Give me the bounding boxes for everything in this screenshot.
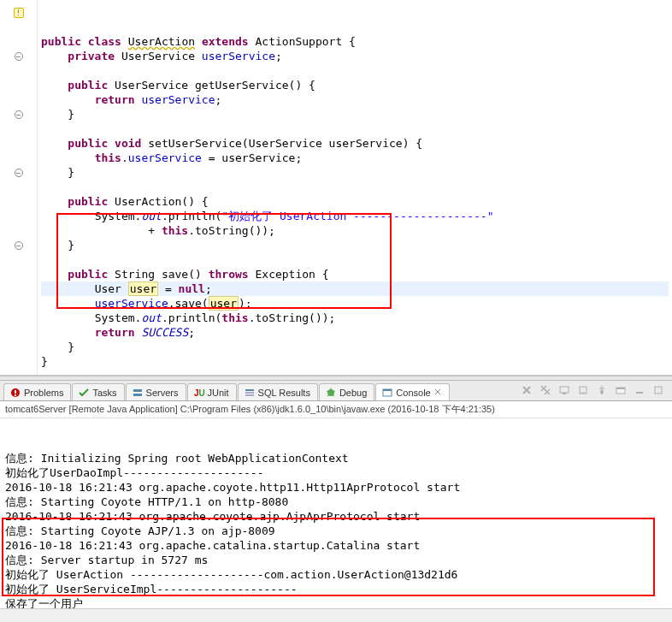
- svg-rect-3: [133, 389, 142, 392]
- gutter-row: [0, 34, 37, 49]
- svg-rect-29: [616, 388, 625, 389]
- gutter-row: !: [0, 5, 37, 20]
- open-console-button[interactable]: [612, 382, 629, 399]
- svg-rect-31: [655, 387, 662, 394]
- code-line: public UserService getUserService() {: [41, 78, 669, 92]
- display-button[interactable]: [556, 382, 573, 399]
- gutter-row: [0, 267, 37, 281]
- svg-rect-4: [133, 394, 142, 396]
- svg-point-9: [327, 389, 334, 396]
- remove-launch-button[interactable]: [518, 382, 535, 399]
- gutter-row: [0, 180, 37, 194]
- gutter-row: [0, 78, 37, 92]
- bottom-panel: ProblemsTasksServersJUJUnitSQL ResultsDe…: [0, 381, 672, 622]
- tab-sql-results[interactable]: SQL Results: [238, 383, 318, 400]
- minimize-button[interactable]: [631, 382, 648, 399]
- editor-gutter: !−−−−: [0, 0, 38, 375]
- code-line: private UserService userService;: [41, 49, 669, 63]
- fold-toggle-icon[interactable]: −: [15, 169, 23, 177]
- code-line: return SUCCESS;: [41, 325, 669, 340]
- gutter-row: [0, 136, 37, 151]
- gutter-row: [0, 325, 37, 340]
- maximize-button[interactable]: [650, 382, 667, 399]
- tab-servers[interactable]: Servers: [126, 383, 186, 400]
- svg-rect-30: [636, 392, 643, 394]
- fold-toggle-icon[interactable]: −: [15, 110, 23, 119]
- tab-label: Tasks: [92, 388, 116, 398]
- fold-toggle-icon[interactable]: −: [15, 241, 23, 250]
- scroll-lock-button[interactable]: [575, 382, 592, 399]
- code-editor-pane: !−−−− public class UserAction extends Ac…: [0, 0, 672, 376]
- gutter-row: [0, 194, 37, 209]
- pin-button[interactable]: [593, 382, 610, 399]
- code-line: [41, 121, 669, 136]
- console-line: 初始化了 UserServiceImpl--------------------…: [5, 582, 667, 596]
- console-line: 信息: Server startup in 5727 ms: [5, 553, 667, 567]
- svg-rect-25: [560, 387, 569, 393]
- tasks-icon: [78, 387, 90, 399]
- svg-line-14: [333, 395, 334, 396]
- tab-problems[interactable]: Problems: [3, 383, 71, 400]
- gutter-row: −: [0, 238, 37, 252]
- svg-rect-7: [245, 392, 254, 394]
- gutter-row: [0, 121, 37, 136]
- console-line: 初始化了 UserAction --------------------com.…: [5, 567, 667, 582]
- code-line: [41, 252, 669, 267]
- gutter-row: −: [0, 49, 37, 63]
- fold-toggle-icon[interactable]: −: [15, 52, 23, 61]
- warning-marker-icon[interactable]: !: [14, 8, 24, 18]
- code-line: return userService;: [41, 92, 669, 107]
- gutter-row: [0, 223, 37, 238]
- code-line: }: [41, 354, 669, 369]
- code-line: }: [41, 165, 669, 180]
- close-icon[interactable]: [433, 388, 442, 398]
- horizontal-scrollbar[interactable]: [0, 608, 672, 622]
- console-toolbar: [513, 380, 672, 400]
- tab-label: Debug: [339, 388, 367, 398]
- tab-console[interactable]: Console: [375, 383, 449, 400]
- gutter-row: [0, 311, 37, 325]
- console-line: 信息: Starting Coyote AJP/1.3 on ajp-8009: [5, 524, 667, 538]
- console-line: 信息: Initializing Spring root WebApplicat…: [5, 451, 667, 465]
- code-line: }: [41, 107, 669, 121]
- gutter-row: [0, 20, 37, 34]
- code-area[interactable]: public class UserAction extends ActionSu…: [38, 0, 672, 375]
- code-line: [41, 63, 669, 78]
- code-line: System.out.println("初始化了 UserAction ----…: [41, 209, 669, 223]
- sql-icon: [244, 387, 256, 399]
- code-line: public class UserAction extends ActionSu…: [41, 34, 669, 49]
- console-icon: [381, 387, 393, 399]
- console-output[interactable]: 信息: Initializing Spring root WebApplicat…: [0, 418, 672, 608]
- servers-icon: [132, 387, 144, 399]
- svg-rect-1: [15, 390, 16, 394]
- gutter-row: [0, 209, 37, 223]
- code-line: public String save() throws Exception {: [41, 267, 669, 281]
- gutter-row: −: [0, 107, 37, 121]
- tab-debug[interactable]: Debug: [319, 383, 374, 400]
- tab-label: Servers: [146, 388, 179, 398]
- tab-tasks[interactable]: Tasks: [72, 383, 124, 400]
- code-line: public void setUserService(UserService u…: [41, 136, 669, 151]
- console-line: 信息: Starting Coyote HTTP/1.1 on http-808…: [5, 495, 667, 509]
- junit-icon: JU: [193, 387, 205, 399]
- code-line: }: [41, 238, 669, 252]
- svg-rect-2: [15, 394, 16, 396]
- gutter-row: [0, 281, 37, 296]
- svg-rect-26: [563, 393, 566, 394]
- gutter-row: −: [0, 165, 37, 180]
- code-line: public UserAction() {: [41, 194, 669, 209]
- code-line: User user = null;: [41, 281, 669, 296]
- code-line: [41, 180, 669, 194]
- launch-description: tomcat6Server [Remote Java Application] …: [0, 401, 672, 418]
- svg-rect-27: [580, 387, 587, 394]
- tab-label: SQL Results: [258, 388, 310, 398]
- code-line: this.userService = userService;: [41, 151, 669, 165]
- gutter-row: [0, 296, 37, 311]
- tab-label: Console: [396, 388, 430, 398]
- svg-line-13: [327, 395, 329, 396]
- code-line: userService.save(user);: [41, 296, 669, 311]
- tab-junit[interactable]: JUJUnit: [187, 383, 237, 400]
- svg-rect-8: [245, 394, 254, 396]
- remove-all-button[interactable]: [537, 382, 554, 399]
- console-line: 2016-10-18 16:21:43 org.apache.catalina.…: [5, 538, 667, 553]
